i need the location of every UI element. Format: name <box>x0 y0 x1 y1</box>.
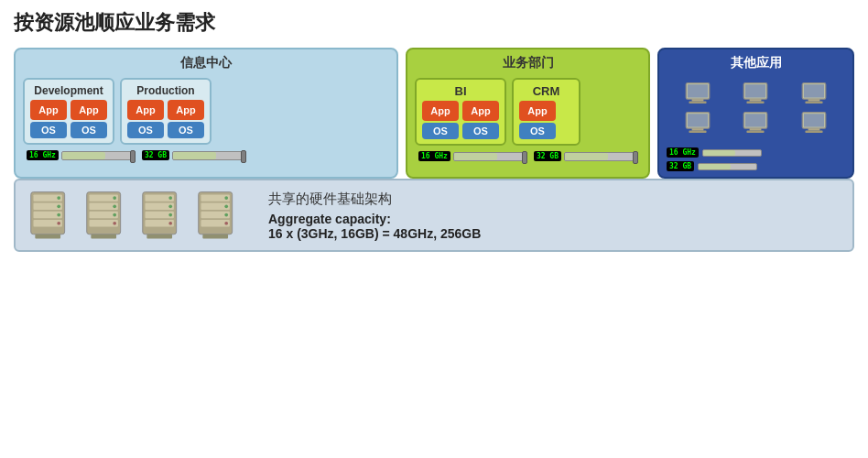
other-ghz-row: 16 GHz <box>667 147 845 158</box>
bi-os-2: OS <box>462 123 499 139</box>
svg-rect-14 <box>691 128 703 130</box>
aggregate-capacity-detail: 16 x (3GHz, 16GB) = 48GHz, 256GB <box>268 226 481 241</box>
svg-rect-10 <box>808 99 820 101</box>
development-title: Development <box>30 84 107 97</box>
svg-rect-2 <box>691 99 703 101</box>
svg-rect-3 <box>689 102 706 104</box>
aggregate-capacity-label: Aggregate capacity: 16 x (3GHz, 16GB) = … <box>268 212 481 241</box>
main-area: 信息中心 Development App OS App OS <box>14 48 854 449</box>
other-gb-slider[interactable] <box>698 163 757 170</box>
pools-row: 信息中心 Development App OS App OS <box>14 48 854 179</box>
svg-point-50 <box>168 204 172 208</box>
svg-rect-15 <box>689 131 706 133</box>
svg-rect-11 <box>806 102 823 104</box>
pool-other: 其他应用 <box>657 48 854 179</box>
crm-os-1: OS <box>519 123 556 139</box>
svg-rect-1 <box>688 84 708 97</box>
bi-app-stack-2: App OS <box>462 101 499 139</box>
svg-rect-6 <box>750 99 762 101</box>
prod-app-stack-2: App OS <box>168 100 204 138</box>
infocenter-ghz-handle <box>130 150 136 163</box>
business-gb-fill <box>565 153 608 160</box>
other-label: 其他应用 <box>667 55 845 71</box>
crm-title: CRM <box>519 84 573 98</box>
server-icon-2 <box>81 188 131 243</box>
business-ghz-slider[interactable] <box>453 152 526 161</box>
pool-infocenter: 信息中心 Development App OS App OS <box>14 48 398 179</box>
computer-icon-5 <box>741 111 770 136</box>
infocenter-ghz-slider[interactable] <box>61 151 135 160</box>
aggregate-capacity-title: Aggregate capacity: <box>268 212 391 226</box>
production-title: Production <box>127 84 204 97</box>
other-ghz-label: 16 GHz <box>667 147 699 158</box>
infocenter-gb-handle <box>241 150 246 163</box>
other-apps-icons <box>667 78 845 140</box>
svg-rect-33 <box>35 234 60 239</box>
infocenter-gb-bar: 32 GB <box>142 150 245 160</box>
business-ghz-handle <box>522 151 527 164</box>
business-gb-label: 32 GB <box>534 151 561 161</box>
crm-apps: App OS <box>519 101 573 139</box>
server-info: 共享的硬件基础架构 Aggregate capacity: 16 x (3GHz… <box>268 188 481 243</box>
svg-rect-21 <box>804 114 824 126</box>
svg-point-62 <box>224 222 228 225</box>
business-ghz-label: 16 GHz <box>418 151 450 161</box>
svg-rect-43 <box>91 234 116 239</box>
computer-icon-4 <box>683 111 712 136</box>
sub-pool-development: Development App OS App OS <box>23 78 114 145</box>
prod-os-2: OS <box>168 122 204 138</box>
server-icon-1 <box>25 188 75 243</box>
svg-rect-9 <box>804 84 824 97</box>
svg-rect-17 <box>745 114 765 126</box>
svg-rect-18 <box>750 128 762 130</box>
bi-os-1: OS <box>422 123 459 139</box>
business-gb-slider[interactable] <box>564 152 637 161</box>
infocenter-ghz-fill <box>62 152 105 159</box>
other-resource-area: 16 GHz 32 GB <box>667 147 845 171</box>
bi-apps: App OS App OS <box>422 101 499 139</box>
infocenter-gb-label: 32 GB <box>142 150 169 160</box>
crm-app-stack-1: App OS <box>519 101 556 139</box>
computer-icon-3 <box>799 82 829 107</box>
prod-app-2: App <box>168 100 204 120</box>
svg-rect-22 <box>808 128 820 130</box>
dev-os-1: OS <box>30 122 67 138</box>
prod-app-1: App <box>127 100 164 120</box>
svg-point-40 <box>113 204 116 208</box>
pool-business: 业务部门 BI App OS App OS <box>406 48 650 179</box>
business-inner: BI App OS App OS <box>415 78 641 146</box>
svg-point-61 <box>224 213 228 217</box>
computer-icon-2 <box>741 82 770 107</box>
infocenter-inner: Development App OS App OS <box>23 78 389 145</box>
svg-rect-63 <box>202 234 228 239</box>
bi-app-1: App <box>422 101 459 121</box>
other-ghz-fill <box>703 150 735 156</box>
server-icon-3 <box>136 188 187 243</box>
dev-app-2: App <box>71 100 107 120</box>
infocenter-gb-slider[interactable] <box>172 151 245 160</box>
dev-os-2: OS <box>71 122 107 138</box>
svg-point-59 <box>224 196 228 200</box>
svg-point-52 <box>168 222 172 225</box>
svg-rect-23 <box>806 131 823 133</box>
other-ghz-slider[interactable] <box>702 149 762 157</box>
business-gb-handle <box>633 151 638 164</box>
computer-icon-6 <box>799 111 829 136</box>
svg-rect-19 <box>747 131 765 133</box>
infocenter-label: 信息中心 <box>23 55 389 71</box>
infocenter-resource-bars: 16 GHz 32 GB <box>23 148 389 162</box>
sub-pool-crm: CRM App OS <box>512 78 580 146</box>
crm-app-1: App <box>519 101 556 121</box>
bi-app-2: App <box>462 101 499 121</box>
svg-point-39 <box>113 196 116 200</box>
svg-point-30 <box>57 204 60 208</box>
svg-rect-5 <box>745 84 765 97</box>
other-gb-label: 32 GB <box>667 161 694 171</box>
dev-app-stack-2: App OS <box>71 100 107 138</box>
infocenter-gb-fill <box>173 152 216 159</box>
other-gb-row: 32 GB <box>667 161 845 171</box>
business-label: 业务部门 <box>415 55 641 71</box>
svg-point-51 <box>168 213 172 217</box>
server-icons <box>25 188 243 243</box>
prod-os-1: OS <box>127 122 164 138</box>
